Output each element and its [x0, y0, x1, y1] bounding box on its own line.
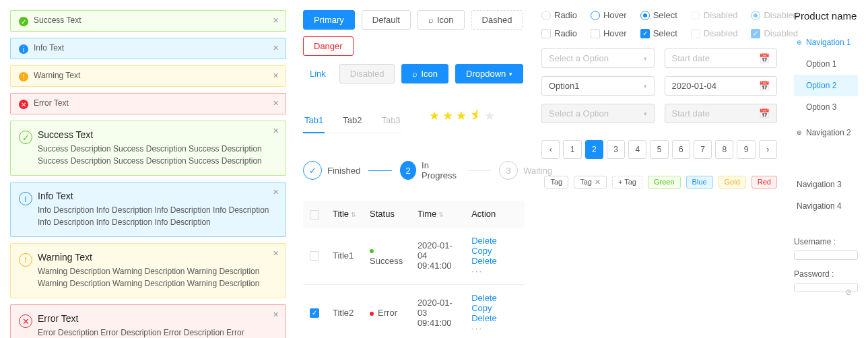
close-icon[interactable]: ✕ [273, 188, 279, 197]
alert-text: Error Text [34, 98, 69, 108]
nav-2[interactable]: ⊕Navigation 2 [794, 122, 858, 143]
dropdown-button[interactable]: Dropdown▾ [455, 64, 523, 83]
page-prev[interactable]: ‹ [541, 140, 560, 159]
calendar-icon: 📅 [759, 81, 770, 91]
copy-link[interactable]: Copy [471, 303, 492, 313]
row-checkbox[interactable]: ✓ [310, 308, 319, 318]
ck-item[interactable]: ✓ Select [640, 28, 677, 38]
username-input[interactable] [794, 250, 858, 260]
page-number[interactable]: 4 [628, 140, 646, 159]
pagination: ‹ 123456789 › [541, 140, 777, 159]
page-number[interactable]: 6 [672, 140, 690, 159]
radio-item[interactable]: Hover [591, 10, 627, 20]
select-value[interactable]: Option1▾ [541, 76, 655, 96]
radio-item: Disabled [751, 10, 798, 20]
nav-option-1[interactable]: Option 1 [794, 53, 858, 75]
delete-link[interactable]: Delete [471, 236, 497, 246]
page-number[interactable]: 1 [563, 140, 581, 159]
ck-label: Select [653, 28, 677, 38]
more-icon[interactable]: ··· [471, 266, 483, 276]
tab-2[interactable]: Tab2 [341, 108, 363, 133]
nav-option-3[interactable]: Option 3 [794, 96, 858, 118]
delete-link[interactable]: Delete [471, 293, 497, 303]
ck-item[interactable]: Radio [541, 28, 577, 38]
ck-item[interactable]: Hover [591, 28, 627, 38]
product-title: Product name [794, 10, 858, 22]
tag-closable[interactable]: Tag✕ [574, 176, 607, 189]
icon-primary-button[interactable]: ⌕Icon [401, 64, 448, 83]
star-rating[interactable]: ★ ★ ★ ⯨ ★ [429, 108, 495, 123]
tab-3: Tab3 [380, 108, 401, 133]
select-placeholder[interactable]: Select a Option▾ [541, 48, 655, 68]
button-row-1: Primary Default ⌕Icon Dashed Danger [303, 10, 525, 56]
primary-button[interactable]: Primary [303, 10, 355, 30]
tag-add[interactable]: + Tag [612, 176, 642, 189]
table-row: Title1 Success 2020-01-04 09:41:00 Delet… [303, 228, 525, 285]
radio-item[interactable]: Select [640, 10, 677, 20]
delete-link[interactable]: Delete [471, 313, 497, 323]
alert-text: Success Text [34, 15, 81, 25]
radio-label: Hover [603, 10, 627, 20]
close-icon[interactable]: ✕ [273, 249, 279, 258]
danger-button[interactable]: Danger [303, 36, 354, 56]
nav-option-2[interactable]: Option 2 [794, 75, 858, 96]
page-number[interactable]: 8 [715, 140, 733, 159]
close-icon[interactable]: ✕ [273, 127, 279, 135]
sort-icon[interactable]: ⇅ [438, 211, 444, 218]
tag-blue[interactable]: Blue [686, 176, 713, 189]
radio-label: Disabled [704, 10, 738, 20]
chevron-down-icon: ▾ [509, 71, 512, 77]
date-picker-placeholder[interactable]: Start date📅 [665, 48, 778, 68]
sort-icon[interactable]: ⇅ [351, 211, 356, 218]
nav-3[interactable]: Navigation 3 [794, 174, 858, 195]
alert-title: Error Text [38, 313, 277, 324]
expand-icon: ⊕ [797, 129, 802, 136]
tag-gold[interactable]: Gold [719, 176, 746, 189]
tag-green[interactable]: Green [648, 176, 681, 189]
dashed-button[interactable]: Dashed [471, 10, 523, 30]
icon-button[interactable]: ⌕Icon [418, 10, 465, 30]
alert-description: Error Description Error Description Erro… [38, 327, 277, 338]
radio-icon [640, 11, 650, 20]
copy-link[interactable]: Copy [471, 246, 492, 256]
delete-link[interactable]: Delete [471, 256, 497, 266]
select-all-checkbox[interactable] [310, 210, 319, 219]
close-icon[interactable]: ✕ [595, 178, 601, 186]
tag-red[interactable]: Red [752, 176, 777, 189]
nav-1[interactable]: ⊕Navigation 1 [794, 32, 858, 53]
page-number[interactable]: 3 [607, 140, 625, 159]
tag-row: Tag Tag✕ + Tag GreenBlueGoldRed [541, 176, 777, 189]
close-icon[interactable]: ✕ [273, 99, 279, 108]
close-icon[interactable]: ✕ [273, 16, 279, 25]
nav-4[interactable]: Navigation 4 [794, 195, 858, 217]
ck-item: ✓ Disabled [751, 28, 798, 38]
error-icon: ✕ [19, 100, 28, 109]
page-number[interactable]: 7 [694, 140, 712, 159]
date-picker-value[interactable]: 2020-01-04📅 [665, 76, 778, 96]
radio-item[interactable]: Radio [541, 10, 577, 20]
page-number[interactable]: 5 [650, 140, 668, 159]
alert-error: ✕ Error Text ✕ [10, 93, 286, 114]
more-icon[interactable]: ··· [471, 323, 483, 333]
password-input[interactable]: ⊘ [794, 283, 858, 292]
close-icon[interactable]: ✕ [273, 71, 279, 80]
tag-plain[interactable]: Tag [544, 176, 568, 189]
default-button[interactable]: Default [362, 10, 411, 30]
link-button[interactable]: Link [303, 64, 333, 83]
page-number[interactable]: 9 [737, 140, 755, 159]
tab-1[interactable]: Tab1 [303, 108, 325, 133]
table-row: ✓ Title2 Error 2020-01-03 09:41:00 Delet… [303, 284, 525, 338]
close-icon[interactable]: ✕ [273, 44, 279, 53]
ck-item: Disabled [691, 28, 738, 38]
eye-off-icon[interactable]: ⊘ [845, 288, 852, 297]
cell-time: 2020-01-04 09:41:00 [411, 228, 465, 285]
chevron-down-icon: ▾ [644, 55, 647, 62]
page-number[interactable]: 2 [585, 140, 603, 159]
alert-title: Info Text [38, 191, 277, 201]
close-icon[interactable]: ✕ [273, 310, 279, 319]
alert-description: Success Description Success Description … [38, 143, 277, 167]
page-next[interactable]: › [759, 140, 777, 159]
row-checkbox[interactable] [310, 251, 319, 261]
alert-warning-large: ! Warning Text Warning Description Warni… [10, 243, 286, 298]
alert-success-large: ✓ Success Text Success Description Succe… [10, 121, 286, 176]
